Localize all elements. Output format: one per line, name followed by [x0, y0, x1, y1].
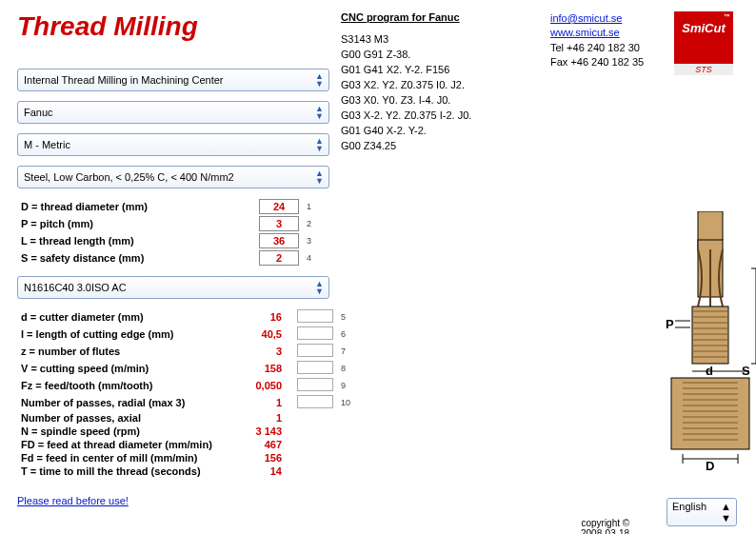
contact-block: info@smicut.se www.smicut.se Tel +46 240… — [550, 11, 674, 70]
param-index: 7 — [337, 343, 354, 360]
param-input-L[interactable] — [259, 233, 299, 248]
out-label: Fd = feed in center of mill (mm/min) — [17, 451, 236, 465]
controller-select[interactable]: Fanuc ▲▼ — [17, 101, 329, 124]
out-value: 158 — [240, 363, 289, 374]
out-value: 3 143 — [240, 425, 289, 437]
out-label: z = number of flutes — [17, 343, 236, 360]
cnc-line: G00 G91 Z-38. — [341, 48, 550, 63]
param-label-P: P = pitch (mm) — [17, 215, 255, 232]
page-title: Thread Milling — [17, 11, 341, 42]
out-label: d = cutter diameter (mm) — [17, 308, 236, 326]
out-value: 1 — [240, 412, 289, 424]
output-params-table: d = cutter diameter (mm)165 l = length o… — [17, 308, 354, 478]
out-label: N = spindle speed (rpm) — [17, 425, 236, 438]
language-select[interactable]: English ▲▼ — [666, 498, 737, 518]
logo-tm: ™ — [724, 13, 730, 20]
diagram-label-S: S — [742, 364, 750, 378]
dropdown-arrows-icon: ▲▼ — [315, 105, 323, 120]
controller-select-value: Fanuc — [24, 107, 53, 118]
out-value: 467 — [240, 439, 289, 450]
out-value: 0,050 — [240, 380, 289, 391]
threadtype-select[interactable]: M - Metric ▲▼ — [17, 133, 329, 156]
override-input[interactable] — [297, 378, 333, 391]
thread-mill-diagram: P d S l L D — [629, 211, 739, 475]
cnc-line: S3143 M3 — [341, 32, 550, 48]
param-index: 6 — [337, 326, 354, 343]
language-value: English — [672, 501, 706, 518]
param-index: 2 — [303, 215, 315, 232]
logo-text: SmiCut — [682, 21, 726, 35]
override-input[interactable] — [297, 395, 333, 408]
svg-rect-2 — [692, 307, 728, 364]
override-input[interactable] — [297, 361, 333, 374]
dropdown-arrows-icon: ▲▼ — [315, 137, 323, 152]
override-input[interactable] — [297, 326, 333, 340]
override-input[interactable] — [297, 309, 333, 323]
out-label: Number of passes, radial (max 3) — [17, 394, 236, 411]
param-input-P[interactable] — [259, 216, 299, 231]
diagram-label-D: D — [706, 459, 714, 473]
out-value: 3 — [240, 346, 289, 357]
tool-select-value: N1616C40 3.0ISO AC — [24, 282, 127, 293]
dropdown-arrows-icon: ▲▼ — [315, 169, 323, 185]
diagram-label-d: d — [706, 364, 713, 378]
machine-select-value: Internal Thread Milling in Machining Cen… — [24, 74, 224, 86]
param-label-S: S = safety distance (mm) — [17, 249, 255, 267]
param-index: 5 — [337, 308, 354, 326]
out-label: T = time to mill the thread (seconds) — [17, 465, 236, 478]
param-label-D: D = thread diameter (mm) — [17, 198, 255, 215]
material-select-value: Steel, Low Carbon, < 0,25% C, < 400 N/mm… — [24, 171, 234, 183]
override-input[interactable] — [297, 344, 333, 357]
website-link[interactable]: www.smicut.se — [550, 27, 620, 38]
machine-select[interactable]: Internal Thread Milling in Machining Cen… — [17, 69, 329, 91]
email-link[interactable]: info@smicut.se — [550, 12, 622, 24]
param-index: 4 — [303, 249, 315, 267]
dropdown-arrows-icon: ▲▼ — [721, 501, 731, 518]
threadtype-select-value: M - Metric — [24, 139, 70, 150]
out-value: 156 — [240, 452, 289, 464]
out-value: 40,5 — [240, 328, 289, 340]
dropdown-arrows-icon: ▲▼ — [315, 72, 323, 88]
param-index: 3 — [303, 232, 315, 249]
param-input-S[interactable] — [259, 250, 299, 266]
input-params-table: D = thread diameter (mm) 1 P = pitch (mm… — [17, 198, 315, 267]
material-select[interactable]: Steel, Low Carbon, < 0,25% C, < 400 N/mm… — [17, 166, 329, 188]
tool-select[interactable]: N1616C40 3.0ISO AC ▲▼ — [17, 276, 329, 299]
param-label-L: L = thread length (mm) — [17, 232, 255, 249]
out-label: Fz = feed/tooth (mm/tooth) — [17, 377, 236, 394]
out-value: 14 — [240, 465, 289, 477]
out-label: l = length of cutting edge (mm) — [17, 326, 236, 343]
out-label: Number of passes, axial — [17, 411, 236, 425]
diagram-label-P: P — [666, 317, 674, 331]
read-before-use-link[interactable]: Please read before use! — [17, 495, 129, 506]
out-label: FD = feed at thread diameter (mm/min) — [17, 438, 236, 451]
param-index: 8 — [337, 360, 354, 377]
telephone: Tel +46 240 182 30 — [550, 41, 674, 55]
dropdown-arrows-icon: ▲▼ — [315, 280, 323, 295]
param-input-D[interactable] — [259, 199, 299, 214]
param-index: 9 — [337, 377, 354, 394]
param-index: 10 — [337, 394, 354, 411]
out-value: 1 — [240, 397, 289, 408]
cnc-title: CNC program for Fanuc — [341, 11, 550, 23]
param-index: 1 — [303, 198, 315, 215]
out-label: V = cutting speed (m/min) — [17, 360, 236, 377]
out-value: 16 — [240, 311, 289, 323]
logo: SmiCut ™ STS — [674, 11, 736, 75]
